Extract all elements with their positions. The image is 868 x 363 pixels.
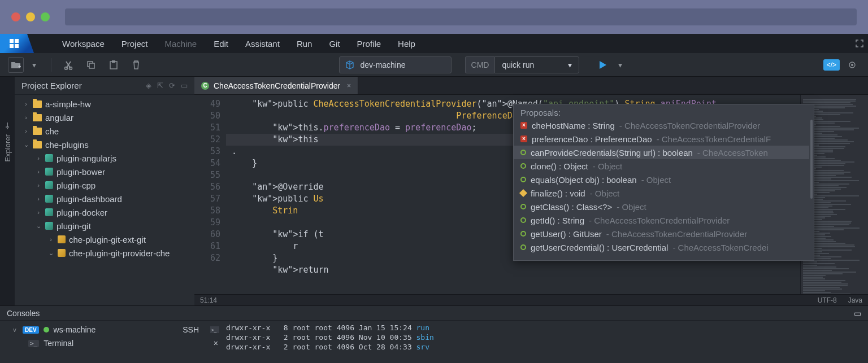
address-bar[interactable] [65, 8, 857, 25]
close-window-button[interactable] [11, 12, 20, 21]
tree-node-che[interactable]: ›che [15, 124, 194, 138]
proposal-source: - CheAccessTokenCredei [672, 243, 768, 252]
command-select[interactable]: quick run ▾ [494, 56, 579, 73]
tree-node-angular[interactable]: ›angular [15, 111, 194, 124]
collapse-icon[interactable]: ⇱ [157, 81, 163, 90]
menu-run[interactable]: Run [297, 39, 313, 49]
pub-icon [520, 244, 526, 250]
proposal-item[interactable]: finalize() : void - Object [514, 186, 809, 200]
file-language[interactable]: Java [848, 296, 862, 304]
terminal-output[interactable]: drwxr-xr-x 8 root root 4096 Jan 15 15:24… [226, 321, 868, 363]
code-mode-button[interactable]: </> [823, 59, 840, 71]
maximize-window-button[interactable] [41, 12, 50, 21]
menu-help[interactable]: Help [398, 39, 415, 49]
editor-tab[interactable]: C CheAccessTokenCredentialProvider × [194, 77, 358, 94]
menu-workspace[interactable]: Workspace [62, 39, 105, 49]
tree-node-plugin-docker[interactable]: ›plugin-docker [15, 205, 194, 219]
chevron-icon: ⌄ [23, 141, 29, 148]
svg-rect-6 [112, 60, 115, 63]
minimize-panel-icon[interactable]: ▭ [181, 81, 188, 90]
target-machine-select[interactable]: dev-machine [339, 56, 451, 73]
proposal-item[interactable]: equals(Object obj) : boolean - Object [514, 173, 809, 186]
prot-icon [519, 189, 527, 197]
menu-edit[interactable]: Edit [214, 39, 228, 49]
tree-label: a-simple-hw [45, 99, 91, 109]
run-dropdown-icon[interactable]: ▾ [612, 57, 628, 73]
folder-icon [33, 114, 42, 121]
menu-git[interactable]: Git [329, 39, 340, 49]
settings-gear-icon[interactable] [844, 57, 860, 73]
menu-machine[interactable]: Machine [164, 39, 197, 49]
proposal-source: - Object [593, 161, 623, 171]
tree-node-che-plugin-git-provider-che[interactable]: ⌄che-plugin-git-provider-che [15, 246, 194, 260]
proposal-item[interactable]: getUserCredential() : UserCredential - C… [514, 240, 809, 254]
menu-project[interactable]: Project [121, 39, 148, 49]
err-icon [520, 135, 527, 142]
chevron-icon: ⌄ [47, 250, 54, 257]
chevron-down-icon: ▾ [568, 60, 572, 69]
maximize-panel-icon[interactable]: ▭ [854, 309, 861, 318]
tree-label: che [45, 126, 59, 136]
tree-node-che-plugins[interactable]: ⌄che-plugins [15, 138, 194, 151]
explorer-tab[interactable]: Explorer [0, 77, 15, 305]
consoles-panel: Consoles ▭ v DEV ws-machine SSH >_ >_ Te… [0, 305, 868, 363]
svg-point-8 [851, 64, 853, 66]
run-button[interactable] [597, 60, 607, 70]
delete-button[interactable] [128, 57, 144, 73]
menubar: WorkspaceProjectMachineEditAssistantRunG… [0, 34, 868, 53]
tree-label: che-plugin-git-ext-git [69, 235, 146, 244]
new-dropdown-icon[interactable]: ▾ [26, 57, 42, 73]
new-terminal-icon[interactable]: >_ [210, 326, 219, 333]
folder-icon [33, 141, 42, 148]
pub-icon [520, 204, 526, 209]
tree-node-plugin-angularjs[interactable]: ›plugin-angularjs [15, 151, 194, 165]
locate-icon[interactable]: ◈ [146, 81, 151, 90]
folder-icon [33, 128, 42, 135]
proposal-item[interactable]: clone() : Object - Object [514, 159, 809, 173]
editor-statusbar: 51:14 UTF-8 Java [194, 294, 868, 305]
line-gutter: 4950515253545556575859606162 [194, 95, 226, 294]
tree-node-a-simple-hw[interactable]: ›a-simple-hw [15, 97, 194, 111]
proposal-item[interactable]: getUser() : GitUser - CheAccessTokenCred… [514, 227, 809, 240]
chevron-icon: ⌄ [35, 222, 42, 230]
chevron-down-icon: v [11, 326, 18, 333]
class-icon: C [201, 82, 209, 90]
menu-profile[interactable]: Profile [357, 39, 381, 49]
menu-assistant[interactable]: Assistant [245, 39, 280, 49]
new-file-button[interactable]: + [8, 57, 24, 73]
proposal-signature: preferenceDao : PreferenceDao [532, 134, 652, 144]
console-machine-node[interactable]: v DEV ws-machine SSH >_ [0, 323, 226, 336]
proposal-item[interactable]: cheHostName : String - CheAccessTokenCre… [514, 119, 809, 132]
pub-icon [520, 177, 526, 182]
ssh-label[interactable]: SSH [183, 325, 199, 334]
pub-icon [520, 163, 526, 169]
proposal-item[interactable]: preferenceDao : PreferenceDao - CheAcces… [514, 132, 809, 146]
proposal-item[interactable]: getId() : String - CheAccessTokenCredent… [514, 213, 809, 227]
refresh-icon[interactable]: ⟳ [169, 81, 175, 90]
close-terminal-icon[interactable]: × [214, 339, 218, 348]
fullscreen-icon[interactable] [851, 34, 868, 53]
proposal-item[interactable]: getClass() : Class<?> - Object [514, 200, 809, 213]
copy-button[interactable] [83, 57, 99, 73]
file-encoding[interactable]: UTF-8 [818, 296, 837, 304]
close-tab-icon[interactable]: × [347, 82, 351, 90]
tree-node-che-plugin-git-ext-git[interactable]: ›che-plugin-git-ext-git [15, 233, 194, 246]
tree-node-plugin-git[interactable]: ⌄plugin-git [15, 219, 194, 233]
proposal-signature: getId() : String [531, 216, 584, 225]
consoles-tree: v DEV ws-machine SSH >_ >_ Terminal × [0, 321, 226, 363]
terminal-node[interactable]: >_ Terminal × [0, 336, 226, 350]
target-machine-label: dev-machine [360, 60, 405, 69]
code-completion-popup: Proposals: cheHostName : String - CheAcc… [513, 104, 814, 261]
tree-node-plugin-cpp[interactable]: ›plugin-cpp [15, 178, 194, 192]
tree-node-plugin-dashboard[interactable]: ›plugin-dashboard [15, 192, 194, 205]
proposal-item[interactable]: canProvideCredentials(String url) : bool… [514, 146, 809, 159]
tree-node-plugin-bower[interactable]: ›plugin-bower [15, 165, 194, 178]
editor: C CheAccessTokenCredentialProvider × 495… [194, 77, 868, 305]
popup-scrollbar[interactable] [809, 119, 814, 260]
cut-button[interactable] [60, 57, 76, 73]
paste-button[interactable] [106, 57, 121, 73]
tree-label: plugin-cpp [57, 181, 96, 190]
minimize-window-button[interactable] [26, 12, 35, 21]
app-logo[interactable] [0, 34, 34, 53]
dev-badge: DEV [23, 326, 39, 334]
